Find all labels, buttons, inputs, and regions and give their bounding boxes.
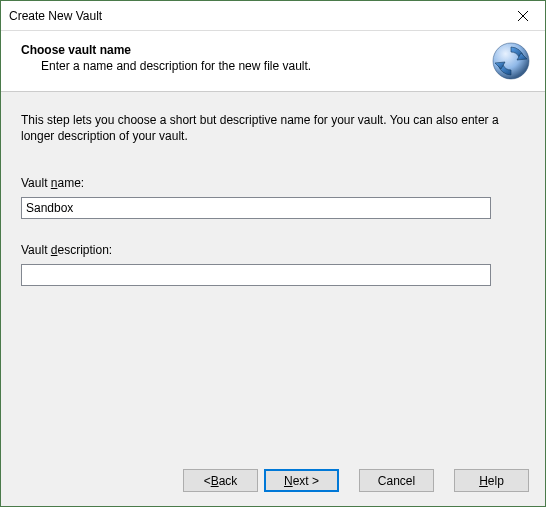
cancel-button[interactable]: Cancel bbox=[359, 469, 434, 492]
back-button[interactable]: < Back bbox=[183, 469, 258, 492]
header-title: Choose vault name bbox=[21, 43, 311, 57]
titlebar: Create New Vault bbox=[1, 1, 545, 31]
intro-text: This step lets you choose a short but de… bbox=[21, 112, 501, 144]
header-subtitle: Enter a name and description for the new… bbox=[41, 59, 311, 73]
close-button[interactable] bbox=[500, 1, 545, 30]
next-button[interactable]: Next > bbox=[264, 469, 339, 492]
vault-name-label: Vault name: bbox=[21, 176, 525, 190]
dialog-window: Create New Vault Choose vault name Enter… bbox=[0, 0, 546, 507]
sync-icon bbox=[491, 41, 531, 81]
wizard-content: This step lets you choose a short but de… bbox=[1, 92, 545, 457]
vault-description-label: Vault description: bbox=[21, 243, 525, 257]
header-text: Choose vault name Enter a name and descr… bbox=[21, 41, 311, 73]
vault-name-input[interactable] bbox=[21, 197, 491, 219]
window-title: Create New Vault bbox=[9, 9, 102, 23]
wizard-footer: < Back Next > Cancel Help bbox=[1, 457, 545, 506]
vault-description-input[interactable] bbox=[21, 264, 491, 286]
vault-description-group: Vault description: bbox=[21, 243, 525, 286]
vault-name-group: Vault name: bbox=[21, 176, 525, 219]
help-button[interactable]: Help bbox=[454, 469, 529, 492]
close-icon bbox=[518, 11, 528, 21]
wizard-header: Choose vault name Enter a name and descr… bbox=[1, 31, 545, 92]
